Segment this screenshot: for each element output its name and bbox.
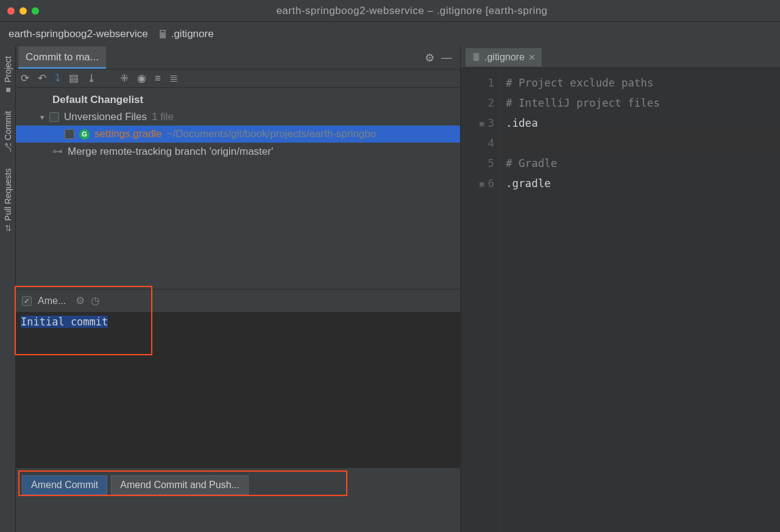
fold-icon[interactable]: ▣ [480, 174, 484, 194]
line-number: 1 [461, 73, 494, 93]
merge-commit-row[interactable]: ⊶ Merge remote-tracking branch 'origin/m… [16, 143, 460, 160]
gear-icon[interactable]: ⚙ [421, 51, 438, 65]
editor-body[interactable]: 1 2 ▣3 4 5 ▣6 # Project exclude paths # … [461, 68, 780, 532]
code-line: # Project exclude paths [506, 73, 780, 93]
close-window-button[interactable] [7, 7, 15, 15]
rollback-icon[interactable]: ↶ [38, 72, 46, 85]
unversioned-checkbox[interactable] [49, 112, 59, 122]
maximize-window-button[interactable] [32, 7, 39, 15]
window-titlebar: earth-springboog2-webservice – .gitignor… [0, 0, 780, 22]
code-line: .idea [506, 113, 780, 133]
amend-commit-button[interactable]: Amend Commit [22, 475, 107, 495]
file-checkbox[interactable] [65, 129, 74, 139]
line-number: ▣6 [461, 174, 494, 194]
commit-tool-window: Commit to ma... ⚙ — ⟳ ↶ ⤵ ▤ ⤓ ⁜ ◉ ≡ ≣ De… [16, 46, 461, 532]
fold-icon[interactable]: ▣ [480, 113, 484, 133]
file-row[interactable]: G settings.gradle ~/Documents/git/book/p… [16, 126, 460, 143]
amend-row: ✓ Ame... ⚙ ◷ [16, 289, 460, 312]
unversioned-label: Unversioned Files [64, 111, 147, 123]
line-number: 2 [461, 93, 494, 113]
breadcrumb-project-label: earth-springboog2-webservice [9, 28, 148, 40]
commit-icon: ⎇ [3, 143, 13, 152]
line-number: ▣3 [461, 113, 494, 133]
commit-message-area: ✓ Ame... ⚙ ◷ Initial commit [16, 289, 460, 468]
window-controls [7, 7, 39, 15]
refresh-icon[interactable]: ⟳ [21, 72, 29, 85]
commit-panel-header: Commit to ma... ⚙ — [16, 46, 460, 69]
tool-tab-pr-label: Pull Requests [3, 168, 13, 221]
preview-icon[interactable]: ◉ [137, 72, 146, 85]
breadcrumb-file[interactable]: .gitignore [158, 28, 214, 40]
collapse-icon[interactable]: ≣ [169, 72, 178, 85]
code-line [506, 133, 780, 154]
history-icon[interactable]: ◷ [91, 294, 100, 307]
changes-tree: Default Changelist ▾ Unversioned Files 1… [16, 88, 460, 164]
navigation-bar: earth-springboog2-webservice .gitignore [0, 22, 780, 46]
amend-label: Ame... [38, 296, 66, 307]
code-line: .gradle [506, 174, 780, 194]
window-title: earth-springboog2-webservice – .gitignor… [51, 5, 773, 17]
amend-checkbox[interactable]: ✓ [22, 296, 32, 306]
editor-tabs: .gitignore ✕ [461, 46, 780, 68]
group-icon[interactable]: ⁜ [120, 72, 129, 85]
svg-rect-1 [161, 31, 165, 32]
amend-commit-push-label: Amend Commit and Push... [120, 480, 239, 490]
merge-icon: ⊶ [52, 145, 63, 158]
tool-tab-commit-label: Commit [3, 111, 13, 140]
tool-tab-project-label: Project [3, 56, 13, 83]
file-icon [472, 52, 481, 62]
commit-message-text: Initial commit [21, 316, 108, 328]
code-line: # Gradle [506, 154, 780, 174]
pull-request-icon: ⇄ [3, 224, 13, 232]
commit-tab-label: Commit to ma... [26, 51, 99, 63]
line-number: 4 [461, 133, 494, 154]
tool-window-strip: ■ Project ⎇ Commit ⇄ Pull Requests [0, 46, 16, 532]
breadcrumb-project[interactable]: earth-springboog2-webservice [9, 28, 148, 40]
editor-tab-label: .gitignore [484, 52, 525, 63]
changelist-row[interactable]: Default Changelist [16, 91, 460, 108]
minimize-panel-icon[interactable]: — [438, 51, 455, 64]
gradle-icon: G [79, 129, 90, 140]
chevron-down-icon[interactable]: ▾ [40, 113, 44, 122]
file-name: settings.gradle [94, 128, 162, 140]
file-path: ~/Documents/git/book/projects/earth-spri… [167, 128, 377, 140]
line-number: 5 [461, 154, 494, 174]
close-tab-icon[interactable]: ✕ [528, 52, 536, 62]
tool-tab-project[interactable]: ■ Project [2, 50, 14, 101]
commit-message-input[interactable]: Initial commit [16, 312, 460, 468]
changelist-label: Default Changelist [52, 94, 143, 106]
expand-icon[interactable]: ≡ [155, 73, 161, 85]
code-line: # IntelliJ project files [506, 93, 780, 113]
folder-icon: ■ [3, 87, 13, 92]
amend-commit-push-button[interactable]: Amend Commit and Push... [111, 475, 249, 495]
editor-tab-gitignore[interactable]: .gitignore ✕ [466, 48, 542, 66]
gear-icon[interactable]: ⚙ [76, 294, 85, 307]
minimize-window-button[interactable] [20, 7, 27, 15]
commit-toolbar: ⟳ ↶ ⤵ ▤ ⤓ ⁜ ◉ ≡ ≣ [16, 69, 460, 88]
diff-icon[interactable]: ⤵ [55, 73, 60, 85]
shelve-icon[interactable]: ⤓ [87, 72, 96, 85]
changelist-icon[interactable]: ▤ [69, 72, 79, 85]
file-icon [158, 29, 168, 39]
editor-gutter: 1 2 ▣3 4 5 ▣6 [461, 68, 501, 532]
merge-label: Merge remote-tracking branch 'origin/mas… [68, 146, 273, 158]
unversioned-row[interactable]: ▾ Unversioned Files 1 file [16, 108, 460, 126]
unversioned-count: 1 file [152, 111, 174, 123]
tool-tab-commit[interactable]: ⎇ Commit [2, 105, 14, 158]
svg-rect-2 [473, 53, 479, 61]
commit-buttons-row: Amend Commit Amend Commit and Push... [16, 468, 460, 502]
tool-tab-pull-requests[interactable]: ⇄ Pull Requests [2, 162, 14, 239]
commit-tab[interactable]: Commit to ma... [18, 46, 106, 69]
code-area[interactable]: # Project exclude paths # IntelliJ proje… [501, 68, 780, 532]
breadcrumb-file-label: .gitignore [171, 28, 214, 40]
amend-commit-label: Amend Commit [31, 480, 98, 490]
editor-area: .gitignore ✕ 1 2 ▣3 4 5 ▣6 # Project exc… [461, 46, 780, 532]
